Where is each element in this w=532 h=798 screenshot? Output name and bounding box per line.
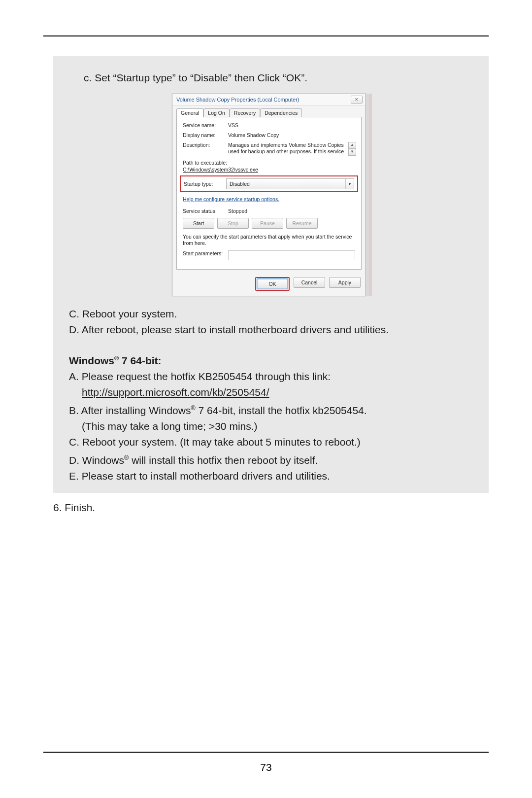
close-button[interactable]: ✕ [351,96,363,104]
registered-icon: ® [124,454,129,461]
tab-general[interactable]: General [176,108,203,117]
registered-icon: ® [191,405,195,412]
cancel-button[interactable]: Cancel [294,277,325,288]
win7-d-post: will install this hotfix then reboot by … [129,454,318,466]
properties-dialog: Volume Shadow Copy Properties (Local Com… [172,94,366,296]
dialog-title: Volume Shadow Copy Properties (Local Com… [176,97,299,103]
win7-heading: Windows® 7 64-bit: [69,350,475,369]
label-start-params: Start parameters: [183,250,228,256]
value-description: Manages and implements Volume Shadow Cop… [228,142,346,156]
dialog-titlebar: Volume Shadow Copy Properties (Local Com… [172,94,366,105]
help-link[interactable]: Help me configure service startup option… [183,196,279,202]
startup-type-value: Disabled [227,181,345,187]
scroll-up-icon[interactable]: ▲ [348,142,356,149]
resume-button[interactable]: Resume [286,218,318,229]
value-display-name: Volume Shadow Copy [228,132,355,138]
value-service-name: VSS [228,122,355,128]
label-path: Path to executable: [183,160,355,166]
page: c. Set “Startup type” to “Disable” then … [0,0,532,798]
desc-scroll: ▲ ▼ [348,142,355,156]
hotfix-link[interactable]: http://support.microsoft.com/kb/2505454/ [82,386,269,398]
label-startup-type: Startup type: [184,181,226,187]
value-service-status: Stopped [228,208,355,214]
tab-recovery[interactable]: Recovery [230,108,260,117]
win7-d: D. Windows® will install this hotfix the… [69,450,475,468]
tab-logon[interactable]: Log On [203,108,229,117]
apply-button[interactable]: Apply [329,277,361,288]
step-d-post: D. After reboot, please start to install… [69,322,475,338]
row-startup-type: Startup type: Disabled ▾ [180,175,358,192]
instruction-box: c. Set “Startup type” to “Disable” then … [53,56,489,493]
start-button[interactable]: Start [183,218,214,229]
win7-b2: (This may take a long time; >30 mins.) [69,418,475,434]
scroll-down-icon[interactable]: ▼ [348,149,356,156]
label-service-status: Service status: [183,208,228,214]
win7-c: C. Reboot your system. (It may take abou… [69,434,475,450]
pause-button[interactable]: Pause [252,218,283,229]
chevron-down-icon: ▾ [345,179,354,189]
win7-d-pre: D. Windows [69,454,124,466]
ok-button[interactable]: OK [257,278,288,289]
tab-strip: General Log On Recovery Dependencies [172,105,366,117]
win7-b1: B. After installing Windows® 7 64-bit, i… [69,400,475,418]
registered-icon: ® [114,355,119,362]
win7-heading-suffix: 7 64-bit: [119,355,161,366]
label-service-name: Service name: [183,122,228,128]
dialog-footer-buttons: OK Cancel Apply [172,274,366,296]
start-params-input[interactable] [228,250,355,260]
win7-a-link-line: http://support.microsoft.com/kb/2505454/ [69,384,475,400]
value-path: C:\Windows\system32\vssvc.exe [183,167,355,173]
dialog-wrap: Volume Shadow Copy Properties (Local Com… [172,94,372,296]
step-c-heading: c. Set “Startup type” to “Disable” then … [69,70,475,86]
step-c-post: C. Reboot your system. [69,306,475,322]
page-number: 73 [0,762,532,773]
label-display-name: Display name: [183,132,228,138]
step-6-finish: 6. Finish. [53,500,95,516]
tab-dependencies[interactable]: Dependencies [260,108,302,117]
win7-a: A. Please request the hotfix KB2505454 t… [69,369,475,384]
label-description: Description: [183,142,228,148]
startup-type-dropdown[interactable]: Disabled ▾ [226,178,354,189]
win7-heading-prefix: Windows [69,355,114,366]
start-params-note: You can specify the start parameters tha… [183,234,355,246]
win7-b1-pre: B. After installing Windows [69,405,191,416]
row-service-name: Service name: VSS [183,122,355,128]
row-service-status: Service status: Stopped [183,208,355,214]
stop-button[interactable]: Stop [217,218,249,229]
tab-body-general: Service name: VSS Display name: Volume S… [176,117,362,270]
win7-b1-post: 7 64-bit, install the hotfix kb2505454. [196,405,367,416]
service-buttons: Start Stop Pause Resume [183,218,355,229]
content-frame: c. Set “Startup type” to “Disable” then … [43,35,489,753]
row-start-params: Start parameters: [183,250,355,260]
close-icon: ✕ [355,97,359,102]
row-display-name: Display name: Volume Shadow Copy [183,132,355,138]
row-description: Description: Manages and implements Volu… [183,142,355,156]
ok-highlight: OK [255,277,290,291]
win7-e: E. Please start to install motherboard d… [69,468,475,484]
